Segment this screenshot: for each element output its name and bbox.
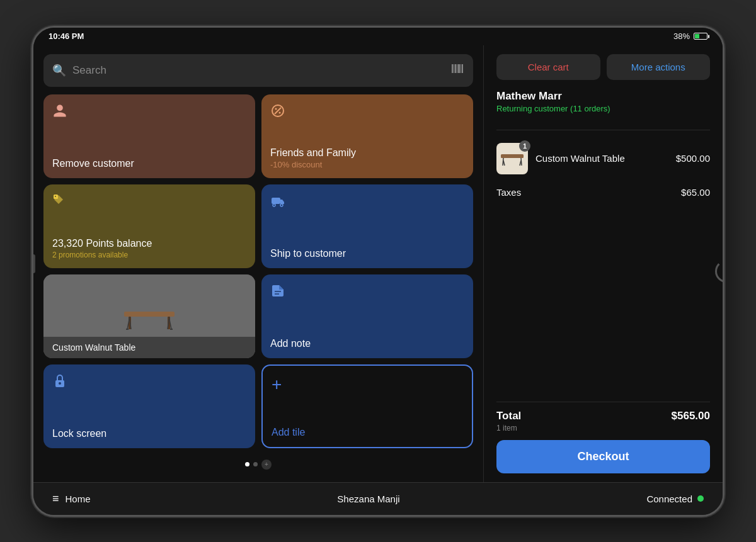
checkout-button[interactable]: Checkout — [496, 440, 710, 473]
action-buttons: Clear cart More actions — [496, 54, 710, 80]
bottom-user: Shezana Manji — [337, 494, 399, 504]
total-label: Total — [496, 410, 521, 422]
side-notch — [33, 254, 35, 273]
lock-screen-label: Lock screen — [52, 428, 246, 439]
status-time: 10:46 PM — [49, 31, 84, 41]
page-dots: + — [43, 456, 473, 473]
walnut-table-label: Custom Walnut Table — [52, 342, 135, 353]
friends-family-subtitle: -10% discount — [270, 160, 464, 169]
discount-icon — [270, 103, 464, 121]
hamburger-icon: ≡ — [52, 492, 59, 505]
friends-family-label: Friends and Family — [270, 147, 464, 159]
connected-label: Connected — [646, 494, 692, 504]
points-balance-label: 23,320 Points balance — [52, 238, 246, 249]
svg-rect-13 — [272, 198, 280, 204]
product-label: Custom Walnut Table — [43, 337, 255, 358]
svg-rect-2 — [455, 64, 456, 73]
battery-text: 38% — [673, 31, 690, 41]
svg-point-10 — [279, 111, 281, 113]
battery-box — [694, 33, 707, 40]
tile-points[interactable]: 23,320 Points balance 2 promotions avail… — [43, 184, 255, 268]
total-items: 1 item — [496, 424, 521, 432]
barcode-icon — [450, 62, 464, 79]
person-icon — [52, 103, 246, 121]
customer-section: Mathew Marr Returning customer (11 order… — [496, 90, 710, 113]
tiles-grid: Remove customer Friends and Family -10% … — [43, 94, 473, 448]
ship-to-customer-label: Ship to customer — [270, 248, 464, 259]
add-note-label: Add note — [270, 338, 464, 349]
search-placeholder: Search — [72, 64, 444, 77]
tile-custom-walnut-table[interactable]: Custom Walnut Table — [43, 274, 255, 358]
shipping-icon — [270, 193, 464, 212]
dot-add[interactable]: + — [261, 460, 272, 470]
dot-2[interactable] — [253, 462, 258, 466]
tile-add-tile[interactable]: + Add tile — [261, 364, 473, 448]
cart-item-image-wrap: 1 — [496, 143, 528, 174]
lock-icon — [52, 373, 246, 392]
total-section: Total 1 item $565.00 Checkout — [496, 402, 710, 473]
clear-cart-button[interactable]: Clear cart — [496, 54, 600, 80]
search-bar[interactable]: 🔍 Search — [43, 54, 473, 87]
svg-rect-4 — [458, 64, 460, 73]
svg-rect-1 — [454, 64, 454, 73]
cart-item-name: Custom Walnut Table — [536, 153, 668, 164]
battery-fill — [695, 34, 699, 38]
cart-item: 1 Custom Walnut Table $500.00 — [496, 137, 710, 181]
connected-dot — [697, 495, 704, 502]
points-balance-subtitle: 2 promotions available — [52, 251, 246, 259]
svg-rect-16 — [124, 312, 175, 317]
add-tile-label: Add tile — [272, 427, 463, 438]
svg-rect-5 — [461, 64, 461, 73]
customer-name: Mathew Marr — [496, 90, 710, 103]
cart-item-price: $500.00 — [676, 153, 710, 164]
tile-ship[interactable]: Ship to customer — [261, 184, 473, 268]
tag-icon — [52, 193, 246, 208]
home-nav[interactable]: ≡ Home — [52, 492, 91, 505]
left-panel: 🔍 Search — [33, 45, 483, 482]
svg-line-32 — [503, 161, 505, 166]
status-bar: 10:46 PM 38% — [33, 28, 723, 45]
svg-rect-0 — [452, 64, 453, 73]
svg-point-9 — [275, 108, 277, 110]
remove-customer-label: Remove customer — [52, 158, 246, 169]
cart-divider — [496, 130, 710, 130]
main-content: 🔍 Search — [33, 45, 723, 482]
loading-spinner — [715, 260, 723, 283]
search-icon: 🔍 — [52, 64, 66, 77]
svg-point-12 — [55, 196, 56, 197]
status-right: 38% — [673, 31, 707, 41]
customer-status: Returning customer (11 orders) — [496, 104, 710, 113]
spacer — [496, 204, 710, 402]
total-row: Total 1 item $565.00 — [496, 410, 710, 432]
svg-rect-29 — [501, 154, 524, 158]
svg-point-28 — [59, 382, 61, 385]
svg-point-14 — [273, 204, 275, 206]
svg-line-33 — [520, 161, 521, 166]
bottom-bar: ≡ Home Shezana Manji Connected — [33, 482, 723, 515]
taxes-label: Taxes — [496, 187, 521, 198]
tile-remove-customer[interactable]: Remove customer — [43, 94, 255, 178]
svg-rect-6 — [462, 64, 463, 73]
battery-indicator — [694, 33, 707, 40]
tile-friends-family[interactable]: Friends and Family -10% discount — [261, 94, 473, 178]
note-icon — [270, 283, 464, 302]
total-value: $565.00 — [672, 410, 710, 422]
plus-icon: + — [272, 375, 463, 395]
tile-add-note[interactable]: Add note — [261, 274, 473, 358]
cart-item-badge: 1 — [519, 140, 530, 152]
svg-point-15 — [280, 204, 283, 206]
total-left: Total 1 item — [496, 410, 521, 432]
svg-rect-3 — [457, 64, 457, 73]
more-actions-button[interactable]: More actions — [607, 54, 711, 80]
tax-row: Taxes $65.00 — [496, 181, 710, 204]
home-label: Home — [66, 494, 91, 504]
right-panel: Clear cart More actions Mathew Marr Retu… — [483, 45, 723, 482]
dot-1[interactable] — [245, 462, 249, 466]
taxes-value: $65.00 — [681, 187, 710, 198]
tile-lock-screen[interactable]: Lock screen — [43, 364, 255, 448]
bottom-status: Connected — [646, 494, 704, 504]
